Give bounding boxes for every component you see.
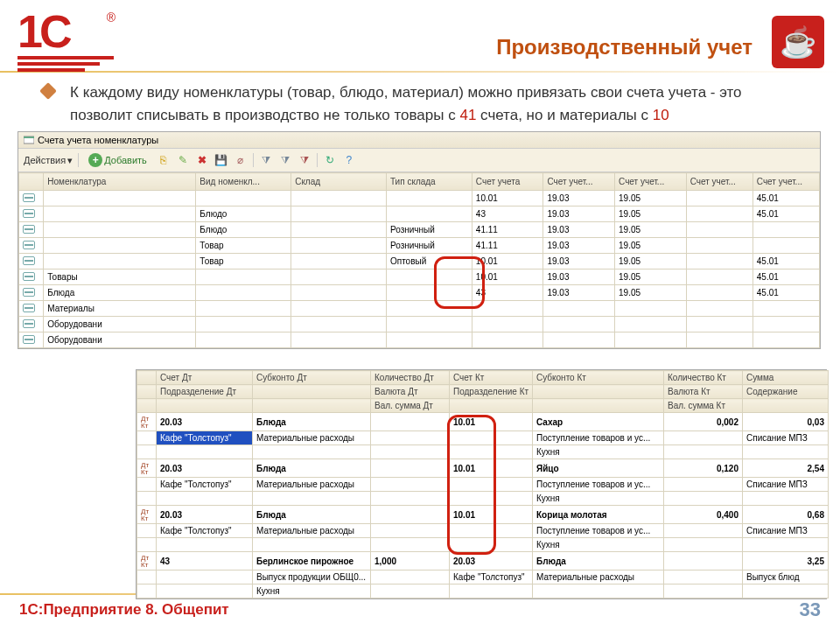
column-header[interactable]: Количество Дт	[371, 371, 450, 385]
coffee-icon: ☕	[772, 16, 824, 68]
column-header[interactable]	[743, 399, 829, 413]
logo-1c: 1C ®	[18, 9, 114, 61]
column-header[interactable]: Субконто Дт	[253, 371, 371, 385]
window-accounts: Счета учета номенклатуры Действия ▾ + До…	[18, 131, 821, 349]
table-row[interactable]: Оборудовани	[19, 332, 820, 348]
clear-filter-icon[interactable]: ⧩	[298, 153, 312, 167]
table-row[interactable]: Блюдо4319.0319.0545.01	[19, 206, 820, 222]
table-row[interactable]: ДтКт20.03Блюда10.01Сахар0,0020,03	[137, 413, 829, 431]
filter-icon[interactable]: ⧩	[259, 153, 273, 167]
table-row[interactable]: Кухня	[137, 445, 829, 459]
column-header[interactable]: Валюта Кт	[664, 385, 743, 399]
table-row[interactable]: Материалы	[19, 301, 820, 317]
table-row[interactable]: ТоварРозничный41.1119.0319.05	[19, 238, 820, 254]
row-icon	[23, 225, 35, 234]
column-header[interactable]: Счет учета	[472, 173, 543, 191]
table-row[interactable]: Товары10.0119.0319.0545.01	[19, 270, 820, 285]
mark-icon[interactable]: ⌀	[234, 153, 248, 167]
table-row[interactable]: Кухня	[137, 584, 829, 598]
save-icon[interactable]: 💾	[214, 153, 228, 167]
table-row[interactable]: Выпуск продукции ОБЩ0...Кафе "Толстопуз"…	[137, 570, 829, 584]
edit-icon[interactable]: ✎	[176, 153, 190, 167]
column-header[interactable]: Счет учет...	[543, 173, 615, 191]
table-row[interactable]: Кафе "Толстопуз"Материальные расходыПост…	[137, 431, 829, 445]
column-header[interactable]: Сумма	[743, 371, 829, 385]
page-number: 33	[800, 598, 821, 621]
table-row[interactable]: Кафе "Толстопуз"Материальные расходыПост…	[137, 478, 829, 492]
row-icon	[23, 288, 35, 297]
column-header[interactable]: Количество Кт	[664, 371, 743, 385]
column-header[interactable]	[157, 399, 253, 413]
intro-text: К каждому виду номенклатуры (товар, блюд…	[0, 81, 840, 126]
column-header[interactable]	[450, 399, 533, 413]
column-header[interactable]: Вал. сумма Кт	[664, 399, 743, 413]
column-header[interactable]: Валюта Дт	[371, 385, 450, 399]
window-entries: Счет ДтСубконто ДтКоличество ДтСчет КтСу…	[136, 369, 827, 599]
column-header[interactable]	[253, 385, 371, 399]
column-header[interactable]: Склад	[291, 173, 387, 191]
row-icon	[23, 335, 35, 344]
footer: 1С:Предприятие 8. Общепит 33	[0, 598, 840, 621]
table-row[interactable]: БлюдоРозничный41.1119.0319.05	[19, 222, 820, 238]
window-title: Счета учета номенклатуры	[38, 135, 158, 145]
entries-grid[interactable]: Счет ДтСубконто ДтКоличество ДтСчет КтСу…	[136, 370, 829, 598]
column-header[interactable]: Вал. сумма Дт	[371, 399, 450, 413]
help-icon[interactable]: ?	[342, 153, 356, 167]
column-header[interactable]: Подразделение Дт	[157, 385, 253, 399]
table-row[interactable]: Оборудовани	[19, 317, 820, 332]
row-icon	[23, 304, 35, 312]
row-icon	[23, 272, 35, 281]
table-row[interactable]: Блюда4319.0319.0545.01	[19, 285, 820, 301]
entry-icon: ДтКт	[141, 554, 149, 569]
actions-menu[interactable]: Действия ▾	[24, 155, 73, 166]
window-title-bar: Счета учета номенклатуры	[18, 132, 820, 149]
refresh-icon[interactable]: ↻	[323, 153, 337, 167]
table-row[interactable]: ДтКт20.03Блюда10.01Яйцо0,1202,54	[137, 459, 829, 478]
separator	[0, 71, 840, 73]
entry-icon: ДтКт	[141, 461, 149, 476]
column-header[interactable]: Номенклатура	[44, 173, 196, 191]
row-icon	[23, 256, 35, 265]
table-row[interactable]: 10.0119.0319.0545.01	[19, 191, 820, 206]
column-header[interactable]: Подразделение Кт	[450, 385, 533, 399]
plus-icon: +	[88, 153, 102, 167]
row-icon	[23, 193, 35, 202]
table-row[interactable]: Кухня	[137, 538, 829, 552]
footer-product: 1С:Предприятие 8. Общепит	[19, 601, 229, 619]
column-header[interactable]	[533, 385, 664, 399]
column-header[interactable]: Субконто Кт	[533, 371, 664, 385]
table-row[interactable]: Кухня	[137, 492, 829, 506]
table-row[interactable]: ТоварОптовый10.0119.0319.0545.01	[19, 254, 820, 270]
table-row[interactable]: ДтКт20.03Блюда10.01Корица молотая0,4000,…	[137, 506, 829, 524]
column-header[interactable]	[19, 173, 44, 191]
column-header[interactable]: Тип склада	[386, 173, 472, 191]
copy-icon[interactable]: ⎘	[157, 153, 171, 167]
svg-rect-1	[24, 136, 34, 138]
column-header[interactable]: Счет Кт	[450, 371, 533, 385]
column-header[interactable]: Счет учет...	[752, 173, 819, 191]
column-header[interactable]	[137, 371, 157, 385]
row-icon	[23, 319, 35, 328]
column-header[interactable]: Счет Дт	[157, 371, 253, 385]
column-header[interactable]	[533, 399, 664, 413]
accounts-grid[interactable]: НоменклатураВид номенкл...СкладТип склад…	[18, 172, 820, 348]
column-header[interactable]	[253, 399, 371, 413]
column-header[interactable]	[137, 399, 157, 413]
entry-icon: ДтКт	[141, 415, 149, 430]
column-header[interactable]: Счет учет...	[615, 173, 687, 191]
table-row[interactable]: Кафе "Толстопуз"Материальные расходыПост…	[137, 524, 829, 538]
page-title: Производственный учет	[496, 35, 752, 60]
entry-icon: ДтКт	[141, 508, 149, 522]
table-row[interactable]: ДтКт43Берлинское пирожное1,00020.03Блюда…	[137, 552, 829, 570]
add-button[interactable]: + Добавить	[84, 151, 151, 169]
column-header[interactable]: Содержание	[743, 385, 829, 399]
row-icon	[23, 209, 35, 218]
header: 1C ® Производственный учет ☕	[0, 0, 840, 66]
column-header[interactable]	[137, 385, 157, 399]
row-icon	[23, 241, 35, 249]
filter2-icon[interactable]: ⧩	[278, 153, 292, 167]
window-icon	[24, 135, 34, 145]
delete-icon[interactable]: ✖	[195, 153, 209, 167]
column-header[interactable]: Вид номенкл...	[196, 173, 291, 191]
column-header[interactable]: Счет учет...	[686, 173, 752, 191]
